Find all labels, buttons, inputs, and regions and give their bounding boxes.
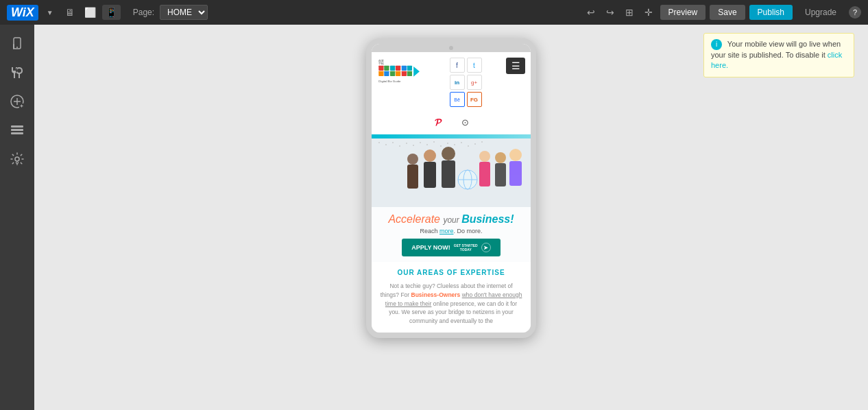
apply-btn-arrow-icon: ➤ bbox=[481, 243, 491, 252]
social-icons-right: f t in g+ Bē FG bbox=[450, 58, 482, 107]
svg-point-12 bbox=[15, 157, 19, 161]
svg-rect-60 bbox=[495, 163, 506, 186]
svg-rect-62 bbox=[509, 161, 522, 186]
hero-more-text: more bbox=[439, 228, 454, 234]
svg-rect-39 bbox=[426, 144, 428, 145]
apply-btn-sub: GET STARTEDTODAY bbox=[454, 243, 478, 252]
upgrade-btn[interactable]: Upgrade bbox=[797, 5, 845, 20]
svg-marker-30 bbox=[413, 67, 420, 77]
svg-rect-36 bbox=[406, 143, 407, 144]
social-row-bottom: 𝓟 ⊙ bbox=[372, 112, 531, 134]
svg-rect-27 bbox=[407, 66, 412, 71]
phone-header: 創業 手帖 bbox=[372, 52, 531, 112]
plus-icon-btn[interactable]: ✛ bbox=[641, 5, 656, 20]
facebook-icon[interactable]: f bbox=[450, 58, 465, 73]
hero-text-overlay: Accelerate your Business! Reach more. Do… bbox=[372, 207, 531, 262]
svg-text:Digital Biz Guide: Digital Biz Guide bbox=[378, 80, 401, 83]
svg-rect-47 bbox=[481, 141, 483, 143]
tablet-device-btn[interactable]: ⬜ bbox=[81, 5, 99, 20]
svg-rect-38 bbox=[420, 142, 421, 143]
svg-point-61 bbox=[509, 149, 522, 161]
redo-btn[interactable]: ↪ bbox=[603, 5, 618, 20]
top-bar: WiX ▼ 🖥 ⬜ 📱 Page: HOME ↩ ↪ ⊞ ✛ Preview S… bbox=[0, 0, 868, 25]
instagram-icon[interactable]: ⊙ bbox=[458, 115, 472, 129]
page-select[interactable]: HOME bbox=[160, 5, 208, 20]
svg-rect-19 bbox=[384, 66, 389, 71]
hero-title-business: Business! bbox=[461, 213, 514, 225]
svg-rect-25 bbox=[396, 71, 400, 76]
svg-text:創業: 創業 bbox=[378, 59, 384, 62]
left-sidebar bbox=[0, 25, 34, 410]
apply-now-btn[interactable]: APPLY NOW! GET STARTEDTODAY ➤ bbox=[402, 239, 500, 256]
hamburger-btn[interactable]: ☰ bbox=[506, 58, 525, 74]
sidebar-add-icon[interactable] bbox=[5, 89, 29, 114]
svg-rect-58 bbox=[479, 162, 490, 186]
svg-rect-53 bbox=[442, 160, 455, 188]
phone-mockup: 創業 手帖 bbox=[366, 38, 536, 338]
svg-rect-35 bbox=[399, 145, 400, 147]
publish-btn[interactable]: Publish bbox=[749, 5, 793, 20]
svg-rect-46 bbox=[474, 143, 476, 145]
svg-rect-51 bbox=[424, 162, 436, 188]
hero-section: Accelerate your Business! Reach more. Do… bbox=[372, 138, 531, 262]
googleplus-icon[interactable]: g+ bbox=[467, 75, 482, 90]
expertise-text: Not a techie guy? Clueless about the int… bbox=[380, 282, 522, 326]
fg-icon[interactable]: FG bbox=[467, 92, 482, 107]
svg-rect-28 bbox=[402, 71, 407, 76]
wix-logo: WiX bbox=[7, 5, 38, 21]
twitter-icon[interactable]: t bbox=[467, 58, 482, 73]
top-bar-actions: ↩ ↪ ⊞ ✛ Preview Save Publish Upgrade ? bbox=[583, 5, 861, 20]
svg-rect-29 bbox=[407, 71, 412, 76]
help-btn[interactable]: ? bbox=[849, 6, 861, 19]
grid-icon-btn[interactable]: ⊞ bbox=[622, 5, 637, 20]
linkedin-icon[interactable]: in bbox=[450, 75, 465, 90]
svg-rect-24 bbox=[390, 71, 395, 76]
phone-notch bbox=[372, 44, 531, 52]
svg-rect-21 bbox=[384, 71, 389, 76]
wix-arrow[interactable]: ▼ bbox=[47, 9, 53, 16]
tooltip-info-icon: i bbox=[711, 39, 722, 50]
svg-point-57 bbox=[479, 151, 490, 162]
svg-rect-42 bbox=[447, 143, 448, 144]
svg-rect-37 bbox=[413, 145, 414, 146]
svg-rect-22 bbox=[390, 66, 395, 71]
main-area: i Your mobile view will go live when you… bbox=[0, 25, 868, 410]
behance-icon[interactable]: Bē bbox=[450, 92, 465, 107]
sidebar-tools-icon[interactable] bbox=[5, 60, 29, 85]
svg-rect-33 bbox=[385, 144, 387, 145]
svg-point-50 bbox=[424, 149, 436, 162]
tooltip-text: Your mobile view will go live when your … bbox=[711, 40, 841, 59]
sidebar-store-icon[interactable] bbox=[5, 118, 29, 143]
hero-title: Accelerate your Business! bbox=[377, 213, 525, 226]
sidebar-settings-icon[interactable] bbox=[5, 147, 29, 171]
svg-rect-44 bbox=[461, 142, 462, 143]
device-switcher: 🖥 ⬜ 📱 bbox=[62, 5, 121, 20]
expertise-title: OUR AREAS OF EXPERTISE bbox=[380, 269, 522, 276]
tooltip-box: i Your mobile view will go live when you… bbox=[703, 33, 854, 77]
svg-rect-26 bbox=[402, 66, 407, 71]
svg-point-1 bbox=[16, 47, 18, 48]
undo-btn[interactable]: ↩ bbox=[583, 5, 599, 20]
svg-rect-49 bbox=[407, 165, 418, 189]
svg-rect-23 bbox=[396, 66, 400, 71]
svg-rect-10 bbox=[11, 129, 23, 131]
desktop-device-btn[interactable]: 🖥 bbox=[62, 5, 78, 20]
phone-content: 創業 手帖 bbox=[372, 52, 531, 333]
sidebar-mobile-preview-icon[interactable] bbox=[5, 32, 29, 56]
svg-rect-2 bbox=[13, 44, 14, 49]
preview-btn[interactable]: Preview bbox=[660, 5, 706, 20]
expertise-section: OUR AREAS OF EXPERTISE Not a techie guy?… bbox=[372, 262, 531, 333]
phone-camera bbox=[449, 46, 453, 50]
mobile-device-btn[interactable]: 📱 bbox=[102, 5, 121, 20]
svg-rect-40 bbox=[433, 141, 435, 143]
pinterest-icon[interactable]: 𝓟 bbox=[431, 115, 444, 129]
svg-rect-11 bbox=[11, 132, 23, 134]
page-label: Page: bbox=[133, 8, 154, 17]
svg-text:手帖: 手帖 bbox=[378, 62, 384, 65]
svg-rect-18 bbox=[378, 66, 383, 71]
svg-point-59 bbox=[495, 152, 506, 163]
svg-rect-45 bbox=[468, 145, 469, 147]
business-owners-highlight: Business-Owners bbox=[411, 291, 461, 298]
svg-rect-41 bbox=[440, 145, 442, 147]
save-btn[interactable]: Save bbox=[710, 5, 745, 20]
